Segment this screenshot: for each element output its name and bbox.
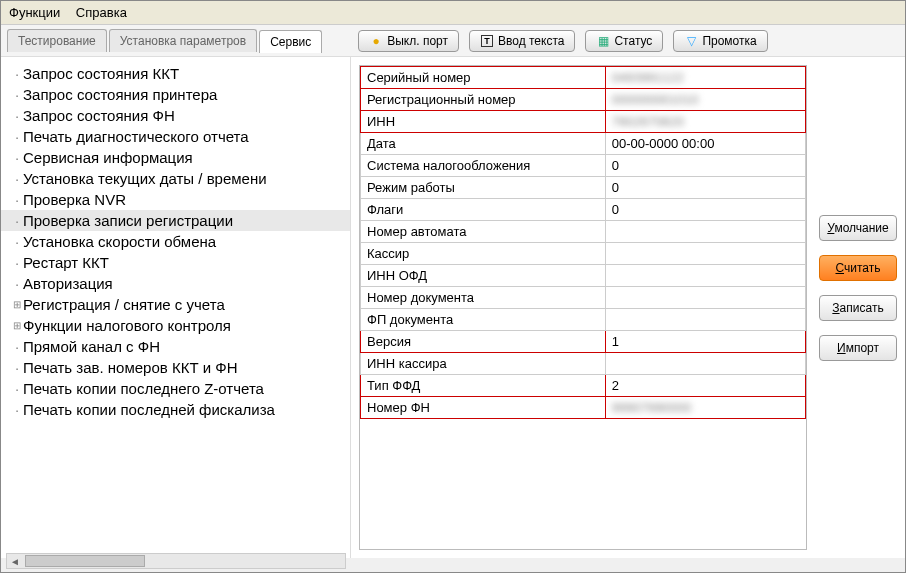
tree-item-label: Рестарт ККТ bbox=[23, 254, 109, 271]
main-panel: Серийный номер0493991122Регистрационный … bbox=[351, 57, 905, 558]
grid-label: ИНН кассира bbox=[361, 353, 606, 375]
expand-icon: ⊞ bbox=[11, 320, 23, 331]
grid-label: Тип ФФД bbox=[361, 375, 606, 397]
text-input-label: Ввод текста bbox=[498, 34, 564, 48]
tree-dot-icon: · bbox=[11, 128, 23, 145]
grid-value[interactable] bbox=[605, 309, 805, 331]
grid-value[interactable] bbox=[605, 287, 805, 309]
grid-label: Флаги bbox=[361, 199, 606, 221]
tree-item[interactable]: ·Печать зав. номеров ККТ и ФН bbox=[1, 357, 350, 378]
tree-dot-icon: · bbox=[11, 212, 23, 229]
tree-item[interactable]: ·Запрос состояния принтера bbox=[1, 84, 350, 105]
tree-dot-icon: · bbox=[11, 149, 23, 166]
tree-dot-icon: · bbox=[11, 359, 23, 376]
menu-help[interactable]: Справка bbox=[76, 5, 127, 20]
grid-value[interactable]: 00-00-0000 00:00 bbox=[605, 133, 805, 155]
grid-row[interactable]: Тип ФФД2 bbox=[361, 375, 806, 397]
rewind-button[interactable]: ▽ Промотка bbox=[673, 30, 767, 52]
tree-item-label: Запрос состояния ФН bbox=[23, 107, 175, 124]
tree-item[interactable]: ·Печать диагностического отчета bbox=[1, 126, 350, 147]
tree-dot-icon: · bbox=[11, 338, 23, 355]
grid-value[interactable] bbox=[605, 243, 805, 265]
tree-item-label: Регистрация / снятие с учета bbox=[23, 296, 225, 313]
grid-label: Дата bbox=[361, 133, 606, 155]
text-input-button[interactable]: T Ввод текста bbox=[469, 30, 575, 52]
write-button[interactable]: Записать bbox=[819, 295, 897, 321]
tree-item-label: Запрос состояния принтера bbox=[23, 86, 217, 103]
grid-row[interactable]: Номер автомата bbox=[361, 221, 806, 243]
grid-value[interactable]: 99907890000 bbox=[605, 397, 805, 419]
grid-row[interactable]: ИНН ОФД bbox=[361, 265, 806, 287]
grid-label: ИНН ОФД bbox=[361, 265, 606, 287]
grid-row[interactable]: Флаги0 bbox=[361, 199, 806, 221]
tree-item[interactable]: ⊞Функции налогового контроля bbox=[1, 315, 350, 336]
grid-row[interactable]: Номер ФН99907890000 bbox=[361, 397, 806, 419]
grid-value[interactable] bbox=[605, 265, 805, 287]
grid-value[interactable]: 0 bbox=[605, 199, 805, 221]
grid-label: ИНН bbox=[361, 111, 606, 133]
tree-item[interactable]: ·Печать копии последней фискализа bbox=[1, 399, 350, 420]
tree-item-label: Запрос состояния ККТ bbox=[23, 65, 179, 82]
grid-value[interactable]: 0493991122 bbox=[605, 67, 805, 89]
tab-service[interactable]: Сервис bbox=[259, 30, 322, 53]
grid-value[interactable]: 000000001010 bbox=[605, 89, 805, 111]
grid-row[interactable]: ФП документа bbox=[361, 309, 806, 331]
tree-item[interactable]: ·Запрос состояния ФН bbox=[1, 105, 350, 126]
grid-value[interactable]: 1 bbox=[605, 331, 805, 353]
tab-testing[interactable]: Тестирование bbox=[7, 29, 107, 52]
action-buttons: Умолчание Считать Записать Импорт bbox=[807, 65, 897, 550]
grid-row[interactable]: Номер документа bbox=[361, 287, 806, 309]
grid-row[interactable]: Регистрационный номер000000001010 bbox=[361, 89, 806, 111]
tree-item-label: Печать диагностического отчета bbox=[23, 128, 249, 145]
underline: С bbox=[835, 261, 844, 275]
tree-item[interactable]: ⊞Регистрация / снятие с учета bbox=[1, 294, 350, 315]
grid-value[interactable] bbox=[605, 221, 805, 243]
grid-row[interactable]: Дата00-00-0000 00:00 bbox=[361, 133, 806, 155]
tree-item-label: Функции налогового контроля bbox=[23, 317, 231, 334]
port-off-button[interactable]: ● Выкл. порт bbox=[358, 30, 459, 52]
read-button[interactable]: Считать bbox=[819, 255, 897, 281]
tree-item-label: Печать копии последнего Z-отчета bbox=[23, 380, 264, 397]
grid-row[interactable]: Кассир bbox=[361, 243, 806, 265]
grid-label: Серийный номер bbox=[361, 67, 606, 89]
default-button[interactable]: Умолчание bbox=[819, 215, 897, 241]
grid-row[interactable]: Серийный номер0493991122 bbox=[361, 67, 806, 89]
status-icon: ▦ bbox=[596, 34, 610, 48]
tree-item[interactable]: ·Запрос состояния ККТ bbox=[1, 63, 350, 84]
toolbar: Тестирование Установка параметров Сервис… bbox=[1, 25, 905, 57]
grid-label: Номер ФН bbox=[361, 397, 606, 419]
horizontal-scrollbar[interactable]: ◄ bbox=[6, 553, 346, 569]
tree-item[interactable]: ·Авторизация bbox=[1, 273, 350, 294]
tree-item[interactable]: ·Печать копии последнего Z-отчета bbox=[1, 378, 350, 399]
grid-row[interactable]: Система налогообложения0 bbox=[361, 155, 806, 177]
tree-item[interactable]: ·Проверка NVR bbox=[1, 189, 350, 210]
scroll-thumb[interactable] bbox=[25, 555, 145, 567]
grid-value[interactable]: 2 bbox=[605, 375, 805, 397]
underline: З bbox=[832, 301, 839, 315]
tree-item[interactable]: ·Установка скорости обмена bbox=[1, 231, 350, 252]
tree-dot-icon: · bbox=[11, 191, 23, 208]
grid-value[interactable] bbox=[605, 353, 805, 375]
tree-item[interactable]: ·Сервисная информация bbox=[1, 147, 350, 168]
grid-value[interactable]: 0 bbox=[605, 177, 805, 199]
tree-item-label: Установка текущих даты / времени bbox=[23, 170, 267, 187]
grid-row[interactable]: Режим работы0 bbox=[361, 177, 806, 199]
grid-value[interactable]: 7802670820 bbox=[605, 111, 805, 133]
tree-item-label: Печать копии последней фискализа bbox=[23, 401, 275, 418]
tree-item[interactable]: ·Установка текущих даты / времени bbox=[1, 168, 350, 189]
grid-value[interactable]: 0 bbox=[605, 155, 805, 177]
tree-dot-icon: · bbox=[11, 275, 23, 292]
grid-label: Система налогообложения bbox=[361, 155, 606, 177]
grid-row[interactable]: ИНН кассира bbox=[361, 353, 806, 375]
grid-row[interactable]: Версия1 bbox=[361, 331, 806, 353]
tree-dot-icon: · bbox=[11, 233, 23, 250]
tab-params[interactable]: Установка параметров bbox=[109, 29, 257, 52]
import-button[interactable]: Импорт bbox=[819, 335, 897, 361]
status-button[interactable]: ▦ Статус bbox=[585, 30, 663, 52]
tree-item[interactable]: ·Рестарт ККТ bbox=[1, 252, 350, 273]
tree-item[interactable]: ·Проверка записи регистрации bbox=[1, 210, 350, 231]
tree-item[interactable]: ·Прямой канал с ФН bbox=[1, 336, 350, 357]
menu-functions[interactable]: Функции bbox=[9, 5, 60, 20]
grid-row[interactable]: ИНН7802670820 bbox=[361, 111, 806, 133]
scroll-left-icon[interactable]: ◄ bbox=[7, 556, 23, 567]
